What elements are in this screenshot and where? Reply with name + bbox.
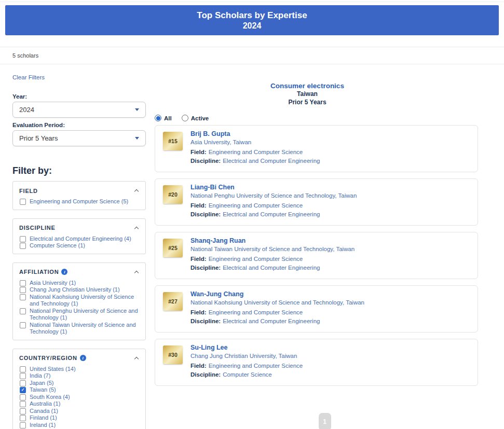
- radio-all[interactable]: All: [155, 115, 172, 121]
- field-label: Field:: [190, 149, 207, 155]
- checkbox[interactable]: [20, 373, 26, 379]
- field-label: Field:: [190, 256, 207, 262]
- checkbox[interactable]: [20, 415, 26, 421]
- filter-option[interactable]: Australia (1): [19, 400, 139, 408]
- discipline-value-link[interactable]: Electrical and Computer Engineering: [223, 158, 320, 164]
- info-icon[interactable]: i: [80, 355, 86, 361]
- filter-section-header: DISCIPLINE: [19, 225, 139, 231]
- year-select[interactable]: 2024: [12, 102, 146, 118]
- filter-option[interactable]: Chang Jung Christian University (1): [19, 286, 139, 294]
- scholar-affiliation[interactable]: National Taiwan University of Science an…: [190, 246, 355, 253]
- checkbox[interactable]: [20, 243, 26, 249]
- scholar-list: #15Brij B. GuptaAsia University, TaiwanF…: [155, 125, 478, 386]
- filter-option[interactable]: Electrical and Computer Engineering (4): [19, 236, 139, 243]
- scholar-info: Shanq-Jang RuanNational Taiwan Universit…: [190, 238, 355, 273]
- checkbox[interactable]: [20, 280, 26, 286]
- chevron-up-icon[interactable]: [134, 225, 139, 231]
- checkbox[interactable]: [20, 287, 26, 293]
- filter-section-title-group: DISCIPLINE: [19, 225, 56, 231]
- pagination: 1: [155, 413, 478, 429]
- checkbox[interactable]: [20, 322, 26, 328]
- scholar-name-link[interactable]: Brij B. Gupta: [190, 131, 320, 137]
- scholar-discipline-line: Discipline:Electrical and Computer Engin…: [190, 158, 320, 164]
- scholar-affiliation[interactable]: Chang Jung Christian University, Taiwan: [190, 353, 303, 359]
- filter-options: United States (14)India (7)Japan (5)✓Tai…: [19, 366, 139, 429]
- chevron-up-icon[interactable]: [134, 355, 139, 362]
- scholar-affiliation[interactable]: National Penghu University of Science an…: [190, 192, 357, 199]
- field-value-link[interactable]: Engineering and Computer Science: [209, 256, 303, 262]
- scholar-name-link[interactable]: Shanq-Jang Ruan: [190, 238, 355, 244]
- filter-section-affiliation: AFFILIATIONiAsia University (1)Chang Jun…: [12, 262, 146, 340]
- scholar-card: #15Brij B. GuptaAsia University, TaiwanF…: [155, 125, 478, 172]
- filter-option[interactable]: Canada (1): [19, 408, 139, 415]
- checkbox[interactable]: [20, 294, 26, 300]
- filter-sections: FIELDEngineering and Computer Science (5…: [12, 181, 146, 429]
- year-label: Year:: [12, 93, 146, 100]
- scholar-field-line: Field:Engineering and Computer Science: [190, 363, 303, 369]
- filter-option-label: Finland (1): [30, 414, 57, 422]
- filter-option[interactable]: Asia University (1): [19, 280, 139, 287]
- checkbox[interactable]: [20, 236, 26, 242]
- filter-option[interactable]: South Korea (4): [19, 394, 139, 401]
- field-value-link[interactable]: Engineering and Computer Science: [209, 363, 303, 369]
- radio-button[interactable]: [182, 115, 188, 121]
- filter-option[interactable]: India (7): [19, 372, 139, 380]
- filter-section-title-group: FIELD: [19, 188, 38, 194]
- clear-filters-link[interactable]: Clear Filters: [12, 74, 45, 80]
- discipline-value-link[interactable]: Computer Science: [223, 371, 272, 378]
- checkbox[interactable]: ✓: [20, 387, 26, 393]
- filter-option-label: Electrical and Computer Engineering (4): [30, 236, 131, 243]
- radio-active[interactable]: Active: [182, 115, 209, 121]
- scholar-name-link[interactable]: Liang-Bi Chen: [190, 184, 357, 191]
- filter-option[interactable]: National Penghu University of Science an…: [19, 308, 139, 322]
- radio-button[interactable]: [155, 115, 161, 121]
- evaluation-period-select[interactable]: Prior 5 Years: [12, 130, 146, 146]
- chevron-up-icon[interactable]: [134, 269, 139, 275]
- checkbox[interactable]: [20, 401, 26, 407]
- checkbox[interactable]: [20, 422, 26, 428]
- filter-option-label: India (7): [30, 372, 50, 380]
- filter-option[interactable]: National Kaohsiung University of Science…: [19, 294, 139, 308]
- rank-badge: #15: [163, 132, 183, 150]
- scholar-name-link[interactable]: Su-Ling Lee: [190, 344, 303, 351]
- filter-option[interactable]: Finland (1): [19, 414, 139, 422]
- discipline-value-link[interactable]: Electrical and Computer Engineering: [223, 318, 320, 324]
- checkbox[interactable]: [20, 366, 26, 372]
- scholar-field-line: Field:Engineering and Computer Science: [190, 256, 355, 262]
- scholar-info: Liang-Bi ChenNational Penghu University …: [190, 184, 357, 220]
- filter-option[interactable]: Ireland (1): [19, 422, 139, 429]
- field-value-link[interactable]: Engineering and Computer Science: [209, 149, 303, 155]
- field-value-link[interactable]: Engineering and Computer Science: [209, 309, 303, 315]
- scholar-affiliation[interactable]: National Kaohsiung University of Science…: [190, 299, 364, 306]
- filter-option-label: Engineering and Computer Science (5): [30, 198, 128, 205]
- filter-option[interactable]: Computer Science (1): [19, 242, 139, 250]
- header-banner: Top Scholars by Expertise 2024: [5, 5, 499, 35]
- scholar-name-link[interactable]: Wan-Jung Chang: [190, 291, 364, 298]
- filter-section-title: DISCIPLINE: [19, 225, 56, 231]
- filter-option[interactable]: ✓Taiwan (5): [19, 386, 139, 394]
- checkbox[interactable]: [20, 199, 26, 205]
- year-select-value: 2024: [19, 106, 34, 114]
- checkbox[interactable]: [20, 408, 26, 414]
- radio-label: All: [164, 115, 172, 121]
- filter-section-header: FIELD: [19, 187, 139, 194]
- discipline-label: Discipline:: [190, 265, 221, 271]
- filter-option[interactable]: United States (14): [19, 366, 139, 373]
- pagination-page-button[interactable]: 1: [319, 413, 331, 429]
- filter-option[interactable]: Japan (5): [19, 380, 139, 387]
- chevron-up-icon[interactable]: [134, 187, 139, 194]
- checkbox[interactable]: [20, 394, 26, 400]
- checkbox[interactable]: [20, 380, 26, 386]
- discipline-value-link[interactable]: Electrical and Computer Engineering: [223, 211, 320, 217]
- scholar-affiliation[interactable]: Asia University, Taiwan: [190, 139, 320, 146]
- page-title: Top Scholars by Expertise: [197, 10, 307, 21]
- filter-option[interactable]: Engineering and Computer Science (5): [19, 198, 139, 205]
- content: Clear Filters Year: 2024 Evaluation Peri…: [0, 64, 504, 429]
- checkbox[interactable]: [20, 308, 26, 314]
- discipline-value-link[interactable]: Electrical and Computer Engineering: [223, 265, 320, 271]
- chevron-shape: [134, 189, 139, 193]
- caret-down-icon: [135, 137, 139, 140]
- info-icon[interactable]: i: [61, 269, 67, 275]
- field-value-link[interactable]: Engineering and Computer Science: [209, 202, 303, 209]
- filter-option[interactable]: National Taiwan University of Science an…: [19, 322, 139, 336]
